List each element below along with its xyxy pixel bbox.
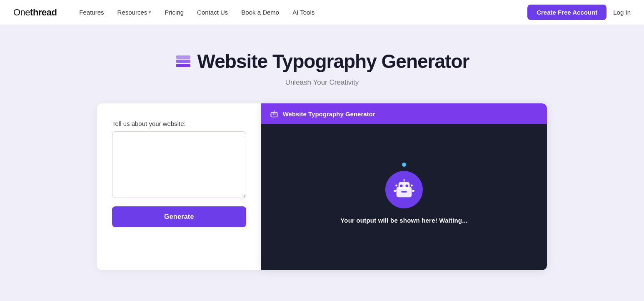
website-description-input[interactable]	[112, 131, 246, 198]
svg-point-16	[395, 184, 397, 186]
right-panel-header: Website Typography Generator	[261, 103, 547, 124]
robot-icon	[385, 171, 423, 208]
nav-links: Features Resources ▾ Pricing Contact Us …	[73, 5, 527, 19]
layers-icon	[175, 54, 192, 69]
navbar-actions: Create Free Account Log In	[527, 5, 631, 20]
left-panel: Tell us about your website: Generate	[97, 103, 261, 270]
output-waiting-text: Your output will be shown here! Waiting.…	[340, 217, 467, 224]
svg-rect-0	[271, 113, 277, 117]
right-panel: Website Typography Generator	[261, 103, 547, 270]
hero-section: Website Typography Generator Unleash You…	[0, 25, 644, 103]
panel-title: Website Typography Generator	[283, 110, 375, 118]
svg-point-10	[405, 184, 408, 187]
input-label: Tell us about your website:	[112, 120, 246, 127]
hero-title-wrap: Website Typography Generator	[8, 50, 636, 73]
logo-text-one: One	[13, 7, 30, 18]
page-title: Website Typography Generator	[197, 50, 469, 73]
nav-demo[interactable]: Book a Demo	[235, 5, 285, 19]
main-content: Tell us about your website: Generate Web…	[72, 103, 572, 295]
svg-rect-15	[412, 190, 414, 192]
nav-contact[interactable]: Contact Us	[191, 5, 234, 19]
svg-point-9	[400, 184, 403, 187]
svg-rect-11	[401, 191, 407, 192]
brand-logo[interactable]: Onethread	[13, 7, 57, 18]
svg-rect-14	[394, 190, 397, 192]
svg-rect-2	[274, 113, 275, 115]
generate-button[interactable]: Generate	[112, 206, 246, 227]
svg-point-4	[273, 110, 275, 112]
nav-features[interactable]: Features	[73, 5, 110, 19]
hero-subtitle: Unleash Your Creativity	[8, 78, 636, 87]
right-panel-body: Your output will be shown here! Waiting.…	[261, 124, 547, 270]
nav-pricing[interactable]: Pricing	[159, 5, 190, 19]
robot-container: Your output will be shown here! Waiting.…	[340, 171, 467, 224]
navbar: Onethread Features Resources ▾ Pricing C…	[0, 0, 644, 25]
svg-point-13	[403, 179, 404, 181]
nav-ai-tools[interactable]: AI Tools	[287, 5, 320, 19]
svg-rect-1	[272, 113, 274, 115]
nav-resources[interactable]: Resources ▾	[112, 5, 157, 19]
login-button[interactable]: Log In	[613, 9, 631, 16]
svg-point-17	[411, 184, 413, 186]
create-account-button[interactable]: Create Free Account	[527, 5, 607, 20]
logo-text-thread: thread	[30, 7, 57, 18]
status-dot	[402, 163, 406, 167]
chevron-down-icon: ▾	[149, 10, 151, 15]
robot-chip-icon	[270, 109, 279, 118]
